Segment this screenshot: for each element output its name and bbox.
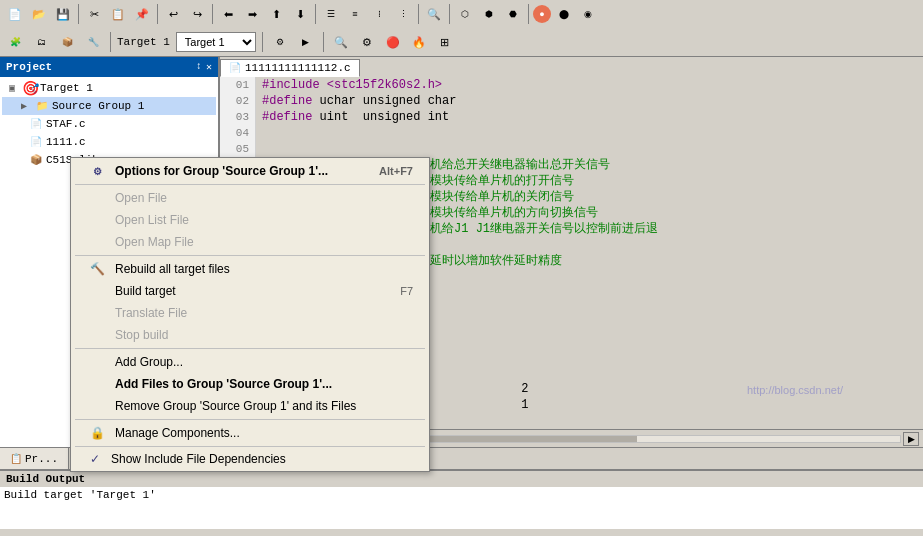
expand-icon: ▣ bbox=[4, 80, 20, 96]
sep4 bbox=[315, 4, 316, 24]
manage-icon: 🔒 bbox=[87, 425, 107, 441]
option2-button[interactable]: ◉ bbox=[577, 3, 599, 25]
tabs-bar: 📄 11111111111112.c bbox=[220, 57, 923, 77]
nav-up-button[interactable]: ⬆ bbox=[265, 3, 287, 25]
line-num-04: 04 bbox=[220, 125, 256, 141]
menu-shortcut-options: Alt+F7 bbox=[379, 165, 413, 177]
line-content-05 bbox=[256, 141, 923, 157]
menu-label-open-map: Open Map File bbox=[115, 235, 194, 249]
menu-label-remove-group: Remove Group 'Source Group 1' and its Fi… bbox=[115, 399, 356, 413]
translate-icon bbox=[87, 305, 107, 321]
tree-item-1111[interactable]: 📄 1111.c bbox=[2, 133, 216, 151]
menu-label-manage: Manage Components... bbox=[115, 426, 240, 440]
menu-label-options: Options for Group 'Source Group 1'... bbox=[115, 164, 328, 178]
target-icon: 🎯 bbox=[22, 80, 38, 96]
rebuild-icon: 🔨 bbox=[87, 261, 107, 277]
menu-item-add-group[interactable]: Add Group... bbox=[71, 351, 429, 373]
debug-button[interactable]: ● bbox=[533, 5, 551, 23]
nav-fwd-button[interactable]: ➡ bbox=[241, 3, 263, 25]
redo-button[interactable]: ↪ bbox=[186, 3, 208, 25]
misc1-button[interactable]: ⬡ bbox=[454, 3, 476, 25]
build-btn2[interactable]: ▶ bbox=[295, 31, 317, 53]
line-content-01: #include <stc15f2k60s2.h> bbox=[256, 77, 923, 93]
panel-close-icon[interactable]: ✕ bbox=[206, 61, 212, 73]
panel-pin-icon[interactable]: ↕ bbox=[196, 61, 202, 73]
nav-down-button[interactable]: ⬇ bbox=[289, 3, 311, 25]
menu-item-manage[interactable]: 🔒 Manage Components... bbox=[71, 422, 429, 444]
menu-label-build: Build target bbox=[115, 284, 176, 298]
open-map-icon bbox=[87, 234, 107, 250]
bottom-tab-project-icon: 📋 bbox=[10, 453, 22, 465]
tab-file-icon: 📄 bbox=[229, 62, 241, 74]
new-file-button[interactable]: 📄 bbox=[4, 3, 26, 25]
menu-sep5 bbox=[75, 446, 425, 447]
comment-button[interactable]: ⁞ bbox=[368, 3, 390, 25]
remove-group-icon bbox=[87, 398, 107, 414]
toolbar-row2: 🧩 🗂 📦 🔧 Target 1 Target 1 ⚙ ▶ 🔍 ⚙ 🔴 🔥 ⊞ bbox=[0, 28, 923, 56]
menu-item-show-deps[interactable]: ✓ Show Include File Dependencies bbox=[71, 449, 429, 469]
target-label: Target 1 bbox=[117, 36, 170, 48]
menu-item-rebuild[interactable]: 🔨 Rebuild all target files bbox=[71, 258, 429, 280]
layout-button[interactable]: ⊞ bbox=[434, 31, 456, 53]
menu-item-translate: Translate File bbox=[71, 302, 429, 324]
menu-item-options[interactable]: ⚙ Options for Group 'Source Group 1'... … bbox=[71, 160, 429, 182]
nav-back-button[interactable]: ⬅ bbox=[217, 3, 239, 25]
menu-sep4 bbox=[75, 419, 425, 420]
bottom-tab-project[interactable]: 📋 Pr... bbox=[0, 448, 69, 469]
sep1 bbox=[78, 4, 79, 24]
build-output-content[interactable]: Build target 'Target 1' bbox=[0, 487, 923, 529]
sep6 bbox=[449, 4, 450, 24]
panel-header-icons: ↕ ✕ bbox=[196, 61, 212, 73]
tree-item-staf[interactable]: 📄 STAF.c bbox=[2, 115, 216, 133]
option1-button[interactable]: ⬤ bbox=[553, 3, 575, 25]
check-icon: ✓ bbox=[87, 452, 103, 466]
zoom-button[interactable]: 🔍 bbox=[330, 31, 352, 53]
menu-item-remove-group[interactable]: Remove Group 'Source Group 1' and its Fi… bbox=[71, 395, 429, 417]
scroll-right-button[interactable]: ▶ bbox=[903, 432, 919, 446]
indent-button[interactable]: ☰ bbox=[320, 3, 342, 25]
menu-sep3 bbox=[75, 348, 425, 349]
build-output-text: Build target 'Target 1' bbox=[4, 489, 156, 501]
tab-main-file[interactable]: 📄 11111111111112.c bbox=[220, 59, 360, 77]
toolbar-row1: 📄 📂 💾 ✂ 📋 📌 ↩ ↪ ⬅ ➡ ⬆ ⬇ ☰ ≡ ⁞ ⋮ 🔍 ⬡ ⬢ ⬣ … bbox=[0, 0, 923, 28]
misc3-button[interactable]: ⬣ bbox=[502, 3, 524, 25]
tree-item-sourcegroup[interactable]: ▶ 📁 Source Group 1 bbox=[2, 97, 216, 115]
sep5 bbox=[418, 4, 419, 24]
menu-item-open-map: Open Map File bbox=[71, 231, 429, 253]
build-btn1[interactable]: ⚙ bbox=[269, 31, 291, 53]
project-btn2[interactable]: 🗂 bbox=[30, 31, 52, 53]
build-icon bbox=[87, 283, 107, 299]
file-icon-c51s: 📦 bbox=[28, 152, 44, 168]
open-button[interactable]: 📂 bbox=[28, 3, 50, 25]
code-line-03: 03 #define uint unsigned int bbox=[220, 109, 923, 125]
menu-item-add-files[interactable]: Add Files to Group 'Source Group 1'... bbox=[71, 373, 429, 395]
target-dropdown[interactable]: Target 1 bbox=[176, 32, 256, 52]
uncomment-button[interactable]: ⋮ bbox=[392, 3, 414, 25]
panel-title: Project bbox=[6, 61, 52, 73]
red-btn2[interactable]: 🔥 bbox=[408, 31, 430, 53]
search-button[interactable]: 🔍 bbox=[423, 3, 445, 25]
misc2-button[interactable]: ⬢ bbox=[478, 3, 500, 25]
menu-label-add-group: Add Group... bbox=[115, 355, 183, 369]
menu-label-translate: Translate File bbox=[115, 306, 187, 320]
settings-button[interactable]: ⚙ bbox=[356, 31, 378, 53]
copy-button[interactable]: 📋 bbox=[107, 3, 129, 25]
tree-item-target1[interactable]: ▣ 🎯 Target 1 bbox=[2, 79, 216, 97]
menu-item-build[interactable]: Build target F7 bbox=[71, 280, 429, 302]
sep2 bbox=[157, 4, 158, 24]
project-btn3[interactable]: 📦 bbox=[56, 31, 78, 53]
code-line-02: 02 #define uchar unsigned char bbox=[220, 93, 923, 109]
cut-button[interactable]: ✂ bbox=[83, 3, 105, 25]
gear-icon: ⚙ bbox=[87, 163, 107, 179]
menu-sep2 bbox=[75, 255, 425, 256]
line-num-03: 03 bbox=[220, 109, 256, 125]
unindent-button[interactable]: ≡ bbox=[344, 3, 366, 25]
context-menu: ⚙ Options for Group 'Source Group 1'... … bbox=[70, 157, 430, 472]
undo-button[interactable]: ↩ bbox=[162, 3, 184, 25]
paste-button[interactable]: 📌 bbox=[131, 3, 153, 25]
project-btn4[interactable]: 🔧 bbox=[82, 31, 104, 53]
open-list-icon bbox=[87, 212, 107, 228]
project-btn1[interactable]: 🧩 bbox=[4, 31, 26, 53]
red-btn1[interactable]: 🔴 bbox=[382, 31, 404, 53]
save-button[interactable]: 💾 bbox=[52, 3, 74, 25]
